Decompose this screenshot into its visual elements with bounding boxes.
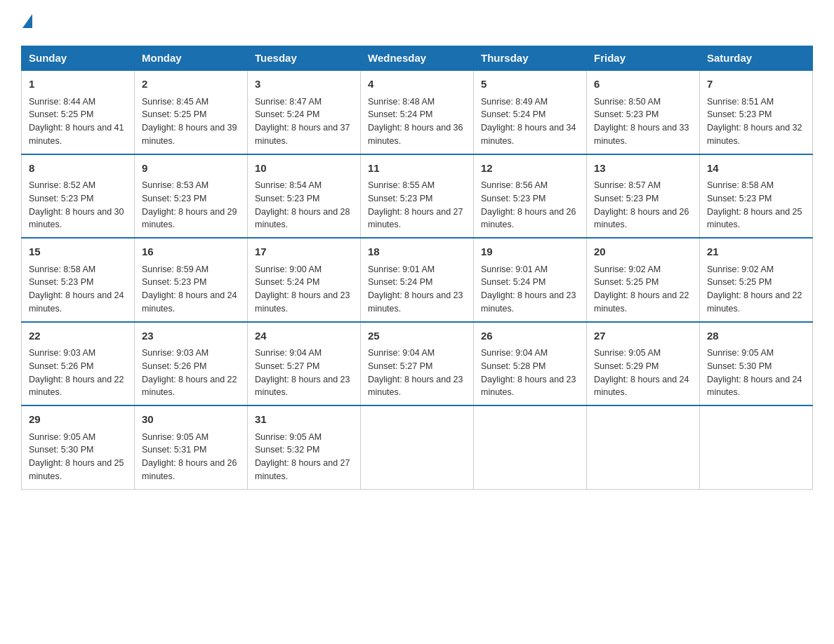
sunrise-label: Sunrise: 8:48 AM xyxy=(368,97,435,107)
sunset-label: Sunset: 5:26 PM xyxy=(142,361,206,371)
sunset-label: Sunset: 5:30 PM xyxy=(29,445,93,455)
daylight-label: Daylight: 8 hours and 23 minutes. xyxy=(481,375,576,398)
calendar-week-row: 1 Sunrise: 8:44 AM Sunset: 5:25 PM Dayli… xyxy=(22,70,813,154)
sunset-label: Sunset: 5:25 PM xyxy=(29,109,93,119)
sunset-label: Sunset: 5:23 PM xyxy=(594,194,658,203)
sunrise-label: Sunrise: 8:50 AM xyxy=(594,97,661,107)
sunrise-label: Sunrise: 9:01 AM xyxy=(481,264,548,274)
calendar-cell: 18 Sunrise: 9:01 AM Sunset: 5:24 PM Dayl… xyxy=(361,238,474,322)
sunset-label: Sunset: 5:24 PM xyxy=(481,109,545,119)
sunset-label: Sunset: 5:24 PM xyxy=(481,277,545,287)
sunset-label: Sunset: 5:28 PM xyxy=(481,361,545,371)
sunset-label: Sunset: 5:23 PM xyxy=(255,194,319,203)
sunrise-label: Sunrise: 8:58 AM xyxy=(707,180,774,190)
calendar-cell xyxy=(700,405,813,489)
calendar-header-thursday: Thursday xyxy=(474,46,587,71)
calendar-cell xyxy=(361,405,474,489)
sunset-label: Sunset: 5:23 PM xyxy=(594,109,658,119)
daylight-label: Daylight: 8 hours and 23 minutes. xyxy=(368,290,463,314)
calendar-header-monday: Monday xyxy=(135,46,248,71)
calendar-header-friday: Friday xyxy=(587,46,700,71)
sunrise-label: Sunrise: 9:02 AM xyxy=(594,264,661,274)
daylight-label: Daylight: 8 hours and 26 minutes. xyxy=(481,207,576,230)
daylight-label: Daylight: 8 hours and 27 minutes. xyxy=(255,458,350,481)
sunset-label: Sunset: 5:23 PM xyxy=(142,194,206,203)
sunrise-label: Sunrise: 9:04 AM xyxy=(481,348,548,358)
daylight-label: Daylight: 8 hours and 22 minutes. xyxy=(29,375,124,398)
daylight-label: Daylight: 8 hours and 24 minutes. xyxy=(594,375,689,398)
day-number: 14 xyxy=(707,161,805,177)
sunset-label: Sunset: 5:24 PM xyxy=(368,277,432,287)
sunrise-label: Sunrise: 9:04 AM xyxy=(368,348,435,358)
sunset-label: Sunset: 5:25 PM xyxy=(594,277,658,287)
calendar-cell: 14 Sunrise: 8:58 AM Sunset: 5:23 PM Dayl… xyxy=(700,154,813,239)
calendar-cell: 24 Sunrise: 9:04 AM Sunset: 5:27 PM Dayl… xyxy=(248,322,361,406)
sunrise-label: Sunrise: 8:59 AM xyxy=(142,264,208,274)
daylight-label: Daylight: 8 hours and 27 minutes. xyxy=(368,207,463,230)
sunset-label: Sunset: 5:30 PM xyxy=(707,361,772,371)
sunset-label: Sunset: 5:24 PM xyxy=(255,277,319,287)
calendar-cell: 28 Sunrise: 9:05 AM Sunset: 5:30 PM Dayl… xyxy=(700,322,813,406)
day-number: 8 xyxy=(29,161,127,177)
day-number: 28 xyxy=(707,328,805,344)
calendar-header-tuesday: Tuesday xyxy=(248,46,361,71)
daylight-label: Daylight: 8 hours and 28 minutes. xyxy=(255,207,350,230)
logo-arrow-icon xyxy=(22,14,32,28)
calendar-header-saturday: Saturday xyxy=(700,46,813,71)
calendar-cell: 23 Sunrise: 9:03 AM Sunset: 5:26 PM Dayl… xyxy=(135,322,248,406)
day-number: 18 xyxy=(368,244,466,260)
daylight-label: Daylight: 8 hours and 25 minutes. xyxy=(707,207,802,230)
sunset-label: Sunset: 5:31 PM xyxy=(142,445,206,455)
calendar-header-sunday: Sunday xyxy=(22,46,135,71)
sunrise-label: Sunrise: 8:52 AM xyxy=(29,180,95,190)
sunrise-label: Sunrise: 8:58 AM xyxy=(29,264,95,274)
sunrise-label: Sunrise: 8:54 AM xyxy=(255,180,322,190)
sunrise-label: Sunrise: 8:45 AM xyxy=(142,97,208,107)
calendar-cell: 19 Sunrise: 9:01 AM Sunset: 5:24 PM Dayl… xyxy=(474,238,587,322)
sunrise-label: Sunrise: 8:49 AM xyxy=(481,97,548,107)
calendar-cell: 3 Sunrise: 8:47 AM Sunset: 5:24 PM Dayli… xyxy=(248,70,361,154)
daylight-label: Daylight: 8 hours and 37 minutes. xyxy=(255,123,350,146)
daylight-label: Daylight: 8 hours and 24 minutes. xyxy=(707,375,802,398)
calendar-cell: 11 Sunrise: 8:55 AM Sunset: 5:23 PM Dayl… xyxy=(361,154,474,239)
calendar-cell: 22 Sunrise: 9:03 AM Sunset: 5:26 PM Dayl… xyxy=(22,322,135,406)
sunset-label: Sunset: 5:23 PM xyxy=(707,109,772,119)
sunrise-label: Sunrise: 9:05 AM xyxy=(142,432,208,442)
calendar-table: SundayMondayTuesdayWednesdayThursdayFrid… xyxy=(21,46,813,490)
daylight-label: Daylight: 8 hours and 23 minutes. xyxy=(368,375,463,398)
sunrise-label: Sunrise: 9:05 AM xyxy=(29,432,95,442)
calendar-cell: 21 Sunrise: 9:02 AM Sunset: 5:25 PM Dayl… xyxy=(700,238,813,322)
sunrise-label: Sunrise: 9:00 AM xyxy=(255,264,322,274)
daylight-label: Daylight: 8 hours and 24 minutes. xyxy=(142,290,237,314)
daylight-label: Daylight: 8 hours and 39 minutes. xyxy=(142,123,237,146)
day-number: 20 xyxy=(594,244,692,260)
day-number: 5 xyxy=(481,76,579,93)
daylight-label: Daylight: 8 hours and 36 minutes. xyxy=(368,123,463,146)
day-number: 19 xyxy=(481,244,579,260)
day-number: 13 xyxy=(594,161,692,177)
calendar-cell: 7 Sunrise: 8:51 AM Sunset: 5:23 PM Dayli… xyxy=(700,70,813,154)
day-number: 21 xyxy=(707,244,805,260)
sunset-label: Sunset: 5:23 PM xyxy=(142,277,206,287)
sunset-label: Sunset: 5:32 PM xyxy=(255,445,319,455)
daylight-label: Daylight: 8 hours and 29 minutes. xyxy=(142,207,237,230)
daylight-label: Daylight: 8 hours and 33 minutes. xyxy=(594,123,689,146)
calendar-cell: 9 Sunrise: 8:53 AM Sunset: 5:23 PM Dayli… xyxy=(135,154,248,239)
sunrise-label: Sunrise: 8:44 AM xyxy=(29,97,95,107)
day-number: 12 xyxy=(481,161,579,177)
sunrise-label: Sunrise: 9:02 AM xyxy=(707,264,774,274)
sunset-label: Sunset: 5:24 PM xyxy=(368,109,432,119)
calendar-cell: 13 Sunrise: 8:57 AM Sunset: 5:23 PM Dayl… xyxy=(587,154,700,239)
day-number: 23 xyxy=(142,328,240,344)
calendar-header-row: SundayMondayTuesdayWednesdayThursdayFrid… xyxy=(22,46,813,71)
day-number: 16 xyxy=(142,244,240,260)
day-number: 10 xyxy=(255,161,353,177)
page-header xyxy=(21,14,813,32)
calendar-week-row: 15 Sunrise: 8:58 AM Sunset: 5:23 PM Dayl… xyxy=(22,238,813,322)
calendar-cell: 2 Sunrise: 8:45 AM Sunset: 5:25 PM Dayli… xyxy=(135,70,248,154)
calendar-cell: 1 Sunrise: 8:44 AM Sunset: 5:25 PM Dayli… xyxy=(22,70,135,154)
daylight-label: Daylight: 8 hours and 22 minutes. xyxy=(142,375,237,398)
calendar-cell: 30 Sunrise: 9:05 AM Sunset: 5:31 PM Dayl… xyxy=(135,405,248,489)
day-number: 31 xyxy=(255,412,353,428)
sunrise-label: Sunrise: 9:04 AM xyxy=(255,348,322,358)
